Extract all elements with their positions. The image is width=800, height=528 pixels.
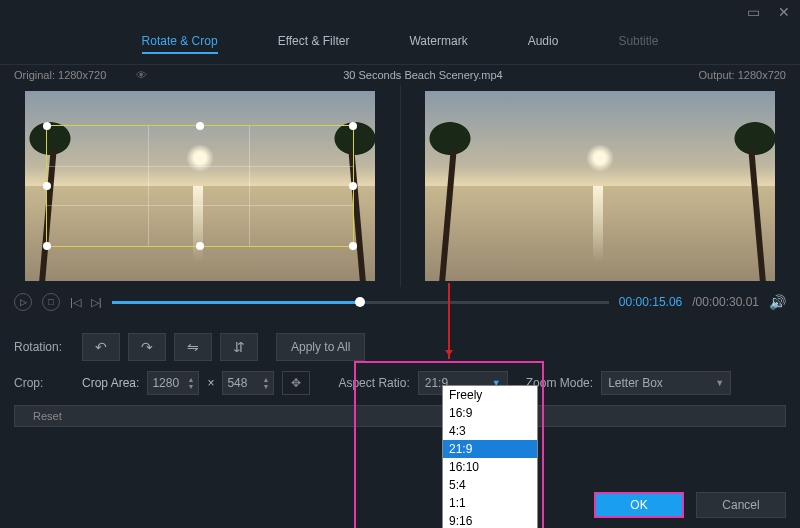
crop-selection[interactable] <box>46 125 354 247</box>
eye-icon[interactable]: 👁 <box>136 69 147 81</box>
crop-handle[interactable] <box>349 182 357 190</box>
aspect-option-16-10[interactable]: 16:10 <box>443 458 537 476</box>
crop-handle[interactable] <box>43 122 51 130</box>
crop-handle[interactable] <box>349 242 357 250</box>
crop-handle[interactable] <box>43 182 51 190</box>
current-time: 00:00:15.06 <box>619 295 682 309</box>
reset-button[interactable]: Reset <box>14 405 786 427</box>
crop-handle[interactable] <box>196 242 204 250</box>
aspect-option-1-1[interactable]: 1:1 <box>443 494 537 512</box>
center-crop-button[interactable]: ✥ <box>282 371 310 395</box>
aspect-option-16-9[interactable]: 16:9 <box>443 404 537 422</box>
tab-rotate-crop[interactable]: Rotate & Crop <box>142 30 218 54</box>
aspect-option-21-9[interactable]: 21:9 <box>443 440 537 458</box>
aspect-ratio-label: Aspect Ratio: <box>338 376 409 390</box>
crop-width-input[interactable]: 1280▲▼ <box>147 371 199 395</box>
crop-handle[interactable] <box>43 242 51 250</box>
output-resolution: Output: 1280x720 <box>699 69 786 81</box>
apply-to-all-button[interactable]: Apply to All <box>276 333 365 361</box>
aspect-option-freely[interactable]: Freely <box>443 386 537 404</box>
aspect-option-4-3[interactable]: 4:3 <box>443 422 537 440</box>
crop-height-input[interactable]: 548▲▼ <box>222 371 274 395</box>
times-symbol: × <box>207 376 214 390</box>
chevron-down-icon: ▼ <box>715 378 724 388</box>
aspect-option-9-16[interactable]: 9:16 <box>443 512 537 528</box>
preview-output <box>401 85 801 287</box>
rotation-label: Rotation: <box>14 340 74 354</box>
tab-audio[interactable]: Audio <box>528 30 559 54</box>
aspect-ratio-dropdown: Freely 16:9 4:3 21:9 16:10 5:4 1:1 9:16 <box>442 385 538 528</box>
flip-horizontal-button[interactable]: ⇋ <box>174 333 212 361</box>
filename: 30 Seconds Beach Scenery.mp4 <box>343 69 502 81</box>
seekbar[interactable] <box>112 301 609 304</box>
original-resolution: Original: 1280x720 <box>14 69 106 81</box>
stop-button[interactable]: □ <box>42 293 60 311</box>
preview-original <box>0 85 401 287</box>
tab-effect-filter[interactable]: Effect & Filter <box>278 30 350 54</box>
cancel-button[interactable]: Cancel <box>696 492 786 518</box>
aspect-option-5-4[interactable]: 5:4 <box>443 476 537 494</box>
minimize-icon[interactable]: ▭ <box>747 4 760 20</box>
crop-handle[interactable] <box>349 122 357 130</box>
close-icon[interactable]: ✕ <box>778 4 790 20</box>
prev-frame-button[interactable]: |◁ <box>70 296 81 309</box>
crop-handle[interactable] <box>196 122 204 130</box>
zoom-mode-select[interactable]: Letter Box▼ <box>601 371 731 395</box>
ok-button[interactable]: OK <box>594 492 684 518</box>
tab-subtitle[interactable]: Subtitle <box>618 30 658 54</box>
crop-label: Crop: <box>14 376 74 390</box>
play-button[interactable]: ▷ <box>14 293 32 311</box>
rotate-right-button[interactable]: ↷ <box>128 333 166 361</box>
tab-watermark[interactable]: Watermark <box>409 30 467 54</box>
crop-area-label: Crop Area: <box>82 376 139 390</box>
flip-vertical-button[interactable]: ⇵ <box>220 333 258 361</box>
next-frame-button[interactable]: ▷| <box>91 296 102 309</box>
total-time: /00:00:30.01 <box>692 295 759 309</box>
rotate-left-button[interactable]: ↶ <box>82 333 120 361</box>
volume-icon[interactable]: 🔊 <box>769 294 786 310</box>
